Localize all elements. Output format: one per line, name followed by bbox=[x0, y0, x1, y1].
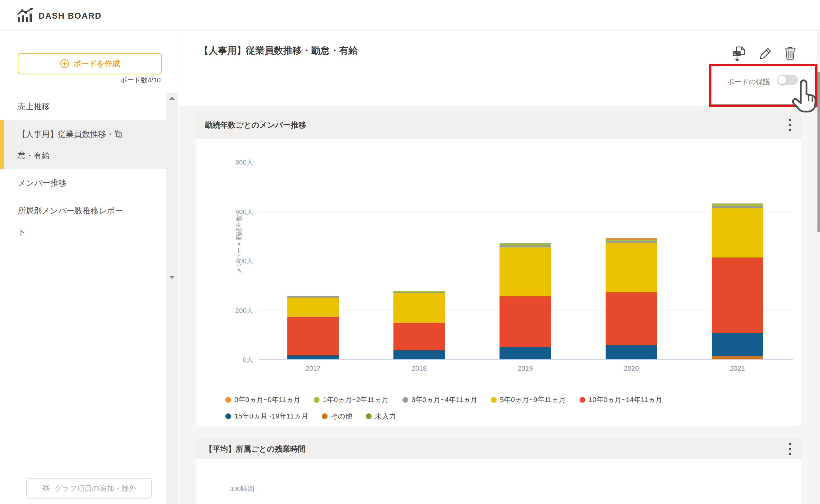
sidebar-item-label: メンバー推移 bbox=[18, 172, 131, 193]
x-tick-label: 2018 bbox=[387, 365, 451, 372]
bar-segment bbox=[606, 345, 657, 359]
sidebar: ボードを作成 ボード数4/10 売上推移【人事用】従業員数推移・勤怠・有給メンバ… bbox=[0, 31, 179, 504]
bar-segment bbox=[393, 350, 445, 359]
legend-label: 5年0ヵ月~9年11ヵ月 bbox=[500, 395, 566, 405]
chart1-y-axis-title: メンバー × 勤続年数 bbox=[235, 196, 243, 293]
bar-segment bbox=[393, 292, 445, 293]
bar-segment bbox=[606, 240, 657, 241]
chart1-plot: 0人200人400人600人800人20172018201920202021 bbox=[196, 111, 801, 427]
delete-trash-icon[interactable] bbox=[784, 46, 797, 62]
bar-segment bbox=[287, 296, 339, 297]
bar-segment bbox=[712, 333, 763, 356]
legend-dot bbox=[402, 397, 408, 403]
y-tick-label: 0人 bbox=[205, 355, 253, 364]
legend-dot bbox=[225, 413, 231, 419]
page-title: 【人事用】従業員数推移・勤怠・有給 bbox=[199, 44, 358, 57]
legend-item: 10年0ヵ月~14年11ヵ月 bbox=[580, 395, 662, 405]
chart-card-members-by-tenure: 勤続年数ごとのメンバー推移 0人200人400人600人800人20172018… bbox=[196, 111, 801, 427]
legend-label: 1年0ヵ月~2年11ヵ月 bbox=[323, 395, 389, 405]
bar-segment bbox=[500, 247, 551, 297]
x-tick-label: 2017 bbox=[281, 365, 345, 372]
sidebar-item[interactable]: メンバー推移 bbox=[0, 169, 166, 197]
bar-segment bbox=[712, 203, 763, 204]
bar-segment bbox=[500, 243, 551, 245]
app-logo-chart-icon bbox=[17, 8, 33, 24]
legend-item: 3年0ヵ月~4年11ヵ月 bbox=[402, 395, 477, 405]
bar-segment bbox=[287, 355, 339, 359]
card-header: 【平均】所属ごとの残業時間 bbox=[196, 438, 801, 459]
y-tick-label: 200人 bbox=[205, 306, 253, 315]
bar-segment bbox=[712, 356, 763, 359]
sidebar-item-selected[interactable]: 【人事用】従業員数推移・勤怠・有給 bbox=[0, 120, 166, 169]
legend-item: 未入力 bbox=[366, 411, 396, 421]
chart-card-overtime: 【平均】所属ごとの残業時間 300時間 bbox=[196, 438, 801, 504]
legend-item: 15年0ヵ月~19年11ヵ月 bbox=[225, 411, 308, 421]
legend-item: 5年0ヵ月~9年11ヵ月 bbox=[491, 395, 566, 405]
bar-segment bbox=[500, 347, 551, 359]
bar-segment bbox=[500, 245, 551, 247]
bar-segment bbox=[712, 206, 763, 208]
gear-icon bbox=[41, 484, 50, 493]
y-tick-label: 800人 bbox=[205, 158, 253, 167]
chart1-legend-row-2: 15年0ヵ月~19年11ヵ月その他未入力 bbox=[225, 411, 396, 421]
bar-segment bbox=[606, 238, 657, 240]
bar-segment bbox=[393, 323, 445, 350]
sidebar-item-label: 【人事用】従業員数推移・勤怠・有給 bbox=[18, 123, 131, 166]
legend-dot bbox=[491, 397, 497, 403]
legend-dot bbox=[580, 397, 585, 403]
sidebar-item[interactable]: 売上推移 bbox=[0, 93, 166, 120]
bar-segment bbox=[606, 292, 657, 345]
bar-segment bbox=[606, 241, 657, 243]
graph-item-config-label: グラフ項目の追加・除外 bbox=[54, 483, 136, 493]
scroll-down-icon[interactable] bbox=[169, 276, 175, 279]
export-image-icon[interactable] bbox=[732, 46, 747, 64]
bar-segment bbox=[500, 296, 551, 347]
app-title: DASH BOARD bbox=[39, 11, 102, 21]
plus-circle-icon bbox=[60, 59, 69, 68]
dashboard-page: DASH BOARD ボードを作成 ボード数4/10 売上推移【人事用】従業員数… bbox=[0, 0, 820, 504]
app-header: DASH BOARD bbox=[0, 0, 820, 31]
bar-segment bbox=[287, 317, 339, 355]
y-tick-label: 400人 bbox=[205, 257, 253, 265]
legend-item: 0年0ヵ月~0年11ヵ月 bbox=[225, 395, 300, 405]
legend-label: 未入力 bbox=[375, 411, 396, 421]
bar-segment bbox=[712, 257, 763, 333]
sidebar-item-label: 所属別メンバー数推移レポート bbox=[18, 200, 131, 242]
x-tick-label: 2021 bbox=[705, 365, 770, 372]
legend-dot bbox=[225, 397, 231, 403]
legend-label: 10年0ヵ月~14年11ヵ月 bbox=[589, 395, 662, 405]
legend-label: 0年0ヵ月~0年11ヵ月 bbox=[234, 395, 300, 405]
legend-item: 1年0ヵ月~2年11ヵ月 bbox=[314, 395, 389, 405]
create-board-label: ボードを作成 bbox=[73, 59, 120, 69]
board-list: 売上推移【人事用】従業員数推移・勤怠・有給メンバー推移所属別メンバー数推移レポー… bbox=[0, 93, 166, 246]
sidebar-item[interactable]: 所属別メンバー数推移レポート bbox=[0, 197, 166, 246]
chart1-legend-row-1: 0年0ヵ月~0年11ヵ月1年0ヵ月~2年11ヵ月3年0ヵ月~4年11ヵ月5年0ヵ… bbox=[225, 395, 662, 405]
card-title: 【平均】所属ごとの残業時間 bbox=[196, 445, 306, 453]
toggle-knob[interactable] bbox=[778, 76, 787, 84]
bar-segment bbox=[393, 291, 445, 293]
bar-segment bbox=[393, 293, 445, 323]
chart2-ytick: 300時間 bbox=[206, 484, 254, 493]
kebab-menu-icon[interactable] bbox=[789, 443, 791, 455]
board-protect-label: ボードの保護 bbox=[727, 77, 772, 87]
chart2-gridline bbox=[259, 489, 793, 489]
legend-item: その他 bbox=[322, 411, 352, 421]
x-tick-label: 2019 bbox=[493, 365, 557, 372]
graph-item-config-button[interactable]: グラフ項目の追加・除外 bbox=[26, 478, 152, 499]
legend-label: その他 bbox=[331, 411, 352, 421]
board-count: ボード数4/10 bbox=[18, 76, 161, 85]
sidebar-scrollbar[interactable] bbox=[166, 93, 178, 504]
create-board-button[interactable]: ボードを作成 bbox=[18, 53, 162, 74]
legend-label: 15年0ヵ月~19年11ヵ月 bbox=[234, 411, 308, 421]
gridline bbox=[259, 162, 793, 162]
scroll-up-icon[interactable] bbox=[169, 96, 175, 100]
legend-label: 3年0ヵ月~4年11ヵ月 bbox=[411, 395, 477, 405]
legend-dot bbox=[314, 397, 320, 403]
y-tick-label: 600人 bbox=[205, 207, 253, 216]
legend-dot bbox=[322, 413, 328, 419]
edit-pencil-icon[interactable] bbox=[759, 47, 772, 62]
bar-segment bbox=[287, 298, 339, 317]
hand-cursor-icon bbox=[788, 79, 820, 114]
bar-segment bbox=[712, 204, 763, 206]
x-tick-label: 2020 bbox=[599, 365, 663, 372]
